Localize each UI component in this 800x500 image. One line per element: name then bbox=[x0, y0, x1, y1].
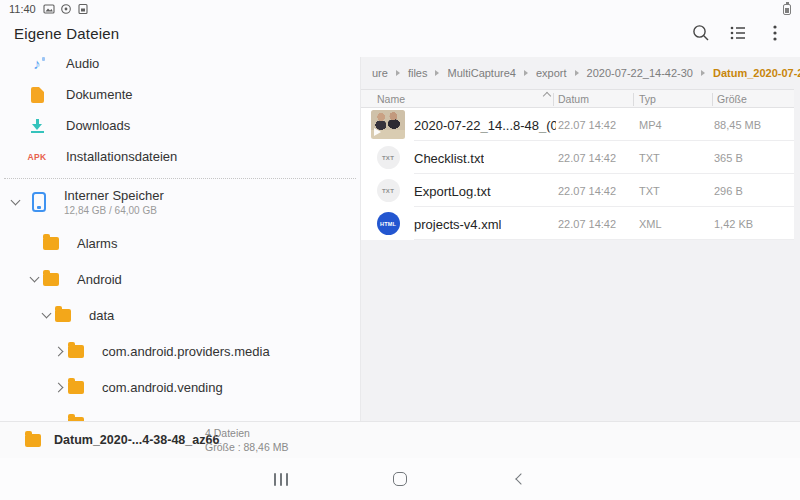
breadcrumb-separator-icon bbox=[575, 70, 579, 76]
home-icon bbox=[393, 472, 407, 486]
file-size: 1,42 KB bbox=[714, 218, 753, 230]
folder-summary: 4 Dateien Größe : 88,46 MB bbox=[205, 426, 288, 454]
breadcrumb-item[interactable]: files bbox=[408, 67, 428, 79]
sidebar: Audio Dokumente Downloads APK Installati… bbox=[0, 48, 360, 421]
tree-item-com-android-providers-media[interactable]: com.android.providers.media bbox=[0, 333, 360, 369]
file-name: 2020-07-22_14...8-48_(0).mp4 bbox=[414, 117, 556, 132]
sidebar-item-label: Downloads bbox=[66, 118, 130, 133]
tree-item-alarms[interactable]: Alarms bbox=[0, 225, 360, 261]
file-row-video[interactable]: 2020-07-22_14...8-48_(0).mp4 22.07 14:42… bbox=[361, 108, 794, 141]
storage-label: Interner Speicher bbox=[64, 188, 164, 203]
tree-item-data[interactable]: data bbox=[0, 297, 360, 333]
back-button[interactable] bbox=[507, 467, 531, 491]
file-name: Checklist.txt bbox=[414, 150, 484, 165]
breadcrumb-item[interactable]: ure bbox=[372, 67, 388, 79]
breadcrumb-item[interactable]: 2020-07-22_14-42-30 bbox=[587, 67, 693, 79]
sidebar-item-downloads[interactable]: Downloads bbox=[0, 110, 360, 141]
sidebar-item-label: Audio bbox=[66, 56, 99, 71]
tree-item-android[interactable]: Android bbox=[0, 261, 360, 297]
tree-item-clipped[interactable] bbox=[0, 405, 360, 421]
breadcrumb-separator-icon bbox=[701, 70, 705, 76]
breadcrumb-item-current[interactable]: Datum_2020-07-22_14-38-48_az66 bbox=[713, 67, 800, 79]
header-actions bbox=[690, 22, 786, 44]
file-row-projects-xml[interactable]: HTML projects-v4.xml 22.07 14:42 XML 1,4… bbox=[361, 207, 794, 240]
html-file-icon: HTML bbox=[377, 212, 400, 235]
sidebar-item-audio[interactable]: Audio bbox=[0, 48, 360, 79]
column-divider bbox=[633, 93, 634, 106]
sidebar-item-documents[interactable]: Dokumente bbox=[0, 79, 360, 110]
battery-icon bbox=[783, 4, 791, 15]
my-files-app: 11:40 Eigene Dateien bbox=[0, 0, 800, 500]
more-options-button[interactable] bbox=[764, 22, 786, 44]
folder-icon bbox=[68, 345, 84, 358]
current-folder-bar[interactable]: Datum_2020-...4-38-48_az66 4 Dateien Grö… bbox=[0, 421, 800, 458]
notification-file-icon bbox=[77, 3, 89, 15]
chevron-right-icon bbox=[53, 382, 63, 392]
column-header-type[interactable]: Typ bbox=[639, 93, 656, 105]
document-icon bbox=[31, 87, 44, 103]
file-list-panel: ure files MultiCapture4 export 2020-07-2… bbox=[360, 57, 800, 421]
folder-file-count: 4 Dateien bbox=[205, 426, 288, 440]
file-size: 365 B bbox=[714, 152, 743, 164]
file-row-checklist[interactable]: TXT Checklist.txt 22.07 14:42 TXT 365 B bbox=[361, 141, 794, 174]
file-type: MP4 bbox=[639, 119, 662, 131]
page-title: Eigene Dateien bbox=[14, 25, 119, 42]
column-header-name[interactable]: Name bbox=[377, 93, 405, 105]
tree-item-label: Alarms bbox=[77, 236, 117, 251]
tree-item-label: data bbox=[89, 308, 114, 323]
play-icon bbox=[374, 128, 381, 136]
tree-item-label: Android bbox=[77, 272, 122, 287]
back-icon bbox=[515, 473, 526, 484]
folder-icon bbox=[68, 381, 84, 394]
chevron-right-icon bbox=[53, 346, 63, 356]
sidebar-item-internal-storage[interactable]: Interner Speicher 12,84 GB / 64,00 GB bbox=[0, 179, 360, 225]
navigation-bar bbox=[0, 458, 800, 500]
file-size: 88,45 MB bbox=[714, 119, 761, 131]
sidebar-item-label: Dokumente bbox=[66, 87, 132, 102]
chevron-down-icon bbox=[41, 309, 51, 319]
app-header: Eigene Dateien bbox=[0, 18, 800, 48]
view-mode-button[interactable] bbox=[727, 22, 749, 44]
file-date: 22.07 14:42 bbox=[558, 218, 616, 230]
file-type: TXT bbox=[639, 152, 660, 164]
breadcrumb: ure files MultiCapture4 export 2020-07-2… bbox=[361, 57, 800, 89]
file-date: 22.07 14:42 bbox=[558, 152, 616, 164]
file-name: projects-v4.xml bbox=[414, 216, 501, 231]
phone-storage-icon bbox=[32, 192, 46, 212]
column-header-size[interactable]: Größe bbox=[717, 93, 747, 105]
search-button[interactable] bbox=[690, 22, 712, 44]
file-date: 22.07 14:42 bbox=[558, 185, 616, 197]
tree-item-label: com.android.vending bbox=[102, 380, 223, 395]
breadcrumb-separator-icon bbox=[524, 70, 528, 76]
status-bar: 11:40 bbox=[0, 0, 800, 18]
breadcrumb-item[interactable]: export bbox=[536, 67, 567, 79]
more-options-icon bbox=[765, 23, 785, 43]
chevron-down-icon bbox=[10, 196, 20, 206]
tree-item-com-android-vending[interactable]: com.android.vending bbox=[0, 369, 360, 405]
tree-item-label: com.android.providers.media bbox=[102, 344, 270, 359]
sidebar-item-label: Installationsdateien bbox=[66, 149, 177, 164]
apk-icon: APK bbox=[28, 152, 47, 162]
search-icon bbox=[691, 23, 711, 43]
home-button[interactable] bbox=[388, 467, 412, 491]
list-view-icon bbox=[728, 23, 748, 43]
sidebar-item-installation-files[interactable]: APK Installationsdateien bbox=[0, 141, 360, 172]
table-header: Name Datum Typ Größe bbox=[361, 89, 794, 108]
recents-button[interactable] bbox=[269, 467, 293, 491]
current-folder-name: Datum_2020-...4-38-48_az66 bbox=[54, 433, 219, 447]
txt-file-icon: TXT bbox=[377, 146, 400, 169]
folder-icon bbox=[43, 273, 59, 286]
breadcrumb-item[interactable]: MultiCapture4 bbox=[447, 67, 515, 79]
file-date: 22.07 14:42 bbox=[558, 119, 616, 131]
column-divider bbox=[553, 93, 554, 106]
breadcrumb-separator-icon bbox=[396, 70, 400, 76]
folder-icon bbox=[43, 237, 59, 250]
column-divider bbox=[712, 93, 713, 106]
file-name: ExportLog.txt bbox=[414, 183, 491, 198]
file-list: 2020-07-22_14...8-48_(0).mp4 22.07 14:42… bbox=[361, 108, 794, 240]
music-note-icon bbox=[33, 56, 41, 71]
file-row-exportlog[interactable]: TXT ExportLog.txt 22.07 14:42 TXT 296 B bbox=[361, 174, 794, 207]
storage-usage: 12,84 GB / 64,00 GB bbox=[64, 205, 164, 216]
video-thumbnail bbox=[371, 110, 405, 139]
column-header-date[interactable]: Datum bbox=[558, 93, 589, 105]
